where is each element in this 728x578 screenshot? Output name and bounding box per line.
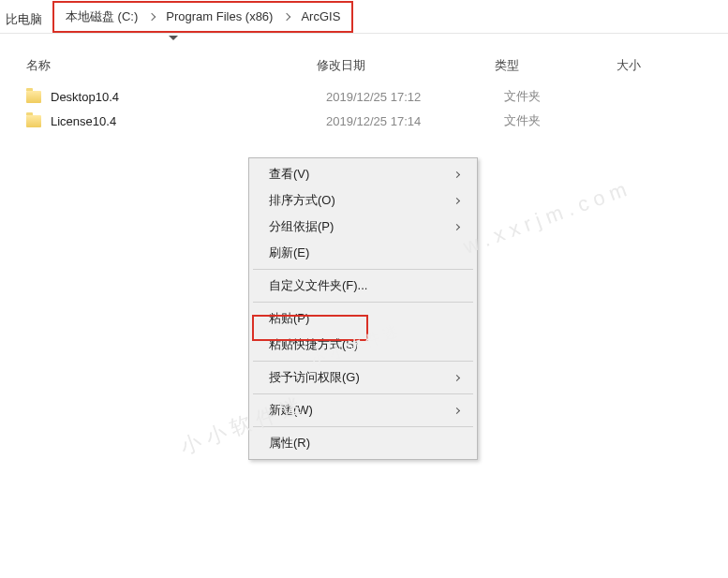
menu-separator	[253, 393, 473, 394]
folder-icon	[26, 91, 41, 103]
column-header-size[interactable]: 大小	[617, 57, 641, 74]
chevron-right-icon	[283, 12, 290, 20]
menu-paste[interactable]: 粘贴(P)	[252, 305, 474, 332]
menu-group[interactable]: 分组依据(P)	[252, 214, 474, 240]
menu-separator	[253, 269, 473, 270]
menu-label: 属性(R)	[269, 435, 310, 452]
menu-label: 粘贴快捷方式(S)	[269, 336, 358, 353]
dropdown-arrow-icon[interactable]	[169, 36, 178, 40]
column-headers: 名称 修改日期 类型 大小	[0, 51, 728, 81]
menu-paste-shortcut[interactable]: 粘贴快捷方式(S)	[252, 332, 474, 358]
breadcrumb-segment[interactable]: 本地磁盘 (C:)	[60, 5, 143, 29]
menu-label: 刷新(E)	[269, 245, 309, 261]
menu-view[interactable]: 查看(V)	[252, 161, 474, 187]
chevron-right-icon	[148, 12, 156, 20]
file-date: 2019/12/25 17:14	[326, 114, 504, 128]
menu-refresh[interactable]: 刷新(E)	[252, 240, 474, 266]
context-menu: 查看(V) 排序方式(O) 分组依据(P) 刷新(E) 自定义文件夹(F)...…	[248, 157, 478, 460]
column-header-name[interactable]: 名称	[26, 57, 317, 74]
chevron-right-icon	[453, 407, 460, 413]
menu-label: 排序方式(O)	[269, 192, 335, 209]
breadcrumb-bar: 本地磁盘 (C:) Program Files (x86) ArcGIS	[0, 0, 728, 34]
chevron-right-icon	[453, 170, 460, 177]
folder-icon	[26, 115, 41, 127]
menu-label: 自定义文件夹(F)...	[269, 277, 367, 294]
menu-label: 查看(V)	[269, 166, 309, 183]
menu-label: 授予访问权限(G)	[269, 369, 360, 386]
menu-separator	[253, 302, 473, 303]
column-header-date[interactable]: 修改日期	[317, 57, 495, 74]
menu-label: 粘贴(P)	[269, 310, 309, 327]
file-type: 文件夹	[504, 88, 626, 105]
chevron-right-icon	[453, 223, 460, 230]
menu-new[interactable]: 新建(W)	[252, 397, 474, 423]
breadcrumb-root[interactable]: 比电脑	[0, 7, 48, 32]
menu-separator	[253, 361, 473, 362]
chevron-right-icon	[453, 374, 460, 380]
file-type: 文件夹	[504, 112, 626, 129]
file-row[interactable]: License10.4 2019/12/25 17:14 文件夹	[26, 109, 728, 133]
file-name: Desktop10.4	[51, 90, 326, 104]
menu-properties[interactable]: 属性(R)	[252, 430, 474, 456]
file-name: License10.4	[51, 114, 326, 128]
file-list: Desktop10.4 2019/12/25 17:12 文件夹 License…	[0, 84, 728, 133]
menu-separator	[253, 426, 473, 427]
file-row[interactable]: Desktop10.4 2019/12/25 17:12 文件夹	[26, 84, 728, 109]
file-date: 2019/12/25 17:12	[326, 90, 504, 104]
breadcrumb-segment[interactable]: ArcGIS	[295, 6, 346, 27]
breadcrumb-highlight: 本地磁盘 (C:) Program Files (x86) ArcGIS	[52, 1, 353, 33]
menu-grant-access[interactable]: 授予访问权限(G)	[252, 364, 474, 391]
chevron-right-icon	[453, 197, 460, 203]
menu-label: 分组依据(P)	[269, 218, 334, 235]
menu-customize[interactable]: 自定义文件夹(F)...	[252, 273, 474, 299]
column-header-type[interactable]: 类型	[495, 57, 617, 74]
watermark: w . x x r j m . c o m	[460, 177, 630, 259]
breadcrumb-segment[interactable]: Program Files (x86)	[160, 6, 278, 27]
menu-label: 新建(W)	[269, 402, 313, 419]
menu-sort[interactable]: 排序方式(O)	[252, 187, 474, 214]
